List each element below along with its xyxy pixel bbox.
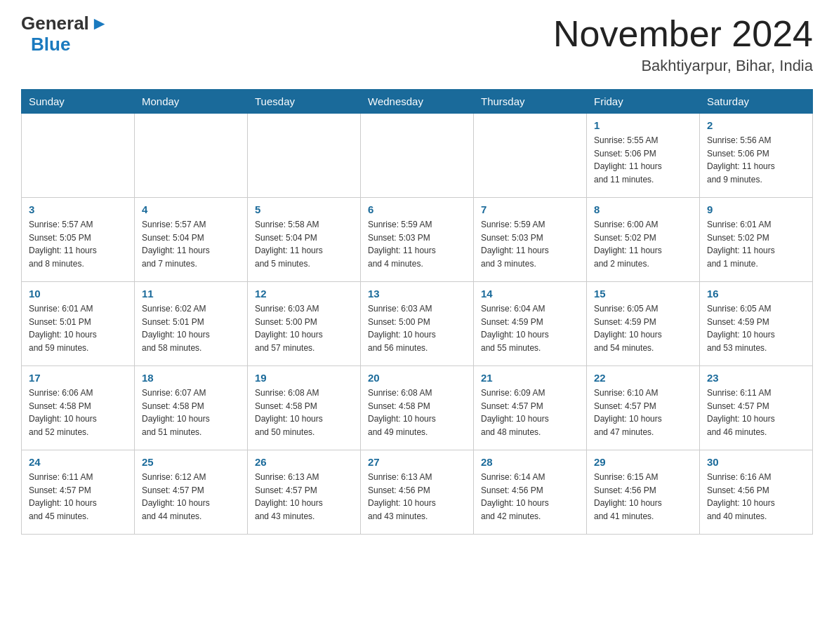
title-block: November 2024 Bakhtiyarpur, Bihar, India <box>553 14 813 75</box>
calendar-cell: 25Sunrise: 6:12 AMSunset: 4:57 PMDayligh… <box>135 450 248 535</box>
calendar-cell: 2Sunrise: 5:56 AMSunset: 5:06 PMDaylight… <box>700 114 813 198</box>
calendar-cell: 27Sunrise: 6:13 AMSunset: 4:56 PMDayligh… <box>361 450 474 535</box>
page-header: General ► Blue November 2024 Bakhtiyarpu… <box>21 14 813 75</box>
day-number: 7 <box>481 203 579 215</box>
calendar-cell: 22Sunrise: 6:10 AMSunset: 4:57 PMDayligh… <box>587 366 700 450</box>
day-number: 24 <box>29 456 127 468</box>
logo-general: General <box>21 14 89 32</box>
day-info: Sunrise: 6:02 AMSunset: 5:01 PMDaylight:… <box>142 302 240 354</box>
day-info: Sunrise: 6:11 AMSunset: 4:57 PMDaylight:… <box>707 387 805 438</box>
calendar-cell: 28Sunrise: 6:14 AMSunset: 4:56 PMDayligh… <box>474 450 587 535</box>
weekday-header-monday: Monday <box>135 90 248 114</box>
day-info: Sunrise: 6:00 AMSunset: 5:02 PMDaylight:… <box>594 218 692 270</box>
day-info: Sunrise: 6:03 AMSunset: 5:00 PMDaylight:… <box>255 302 353 354</box>
day-number: 16 <box>707 288 805 300</box>
calendar-cell: 4Sunrise: 5:57 AMSunset: 5:04 PMDaylight… <box>135 198 248 282</box>
day-info: Sunrise: 5:56 AMSunset: 5:06 PMDaylight:… <box>707 134 805 186</box>
calendar-cell: 12Sunrise: 6:03 AMSunset: 5:00 PMDayligh… <box>248 282 361 366</box>
day-info: Sunrise: 6:08 AMSunset: 4:58 PMDaylight:… <box>255 387 353 438</box>
day-info: Sunrise: 6:01 AMSunset: 5:01 PMDaylight:… <box>29 302 127 354</box>
day-number: 8 <box>594 203 692 215</box>
calendar-week-1: 1Sunrise: 5:55 AMSunset: 5:06 PMDaylight… <box>22 114 813 198</box>
calendar-cell: 26Sunrise: 6:13 AMSunset: 4:57 PMDayligh… <box>248 450 361 535</box>
calendar-cell: 19Sunrise: 6:08 AMSunset: 4:58 PMDayligh… <box>248 366 361 450</box>
calendar-header: SundayMondayTuesdayWednesdayThursdayFrid… <box>22 90 813 114</box>
calendar-cell: 21Sunrise: 6:09 AMSunset: 4:57 PMDayligh… <box>474 366 587 450</box>
calendar-cell: 9Sunrise: 6:01 AMSunset: 5:02 PMDaylight… <box>700 198 813 282</box>
day-number: 2 <box>707 119 805 131</box>
day-info: Sunrise: 6:01 AMSunset: 5:02 PMDaylight:… <box>707 218 805 270</box>
calendar-cell: 30Sunrise: 6:16 AMSunset: 4:56 PMDayligh… <box>700 450 813 535</box>
day-number: 30 <box>707 456 805 468</box>
calendar-cell: 24Sunrise: 6:11 AMSunset: 4:57 PMDayligh… <box>22 450 135 535</box>
calendar-week-3: 10Sunrise: 6:01 AMSunset: 5:01 PMDayligh… <box>22 282 813 366</box>
calendar-cell <box>474 114 587 198</box>
day-info: Sunrise: 6:05 AMSunset: 4:59 PMDaylight:… <box>594 302 692 354</box>
day-number: 12 <box>255 288 353 300</box>
calendar-cell: 6Sunrise: 5:59 AMSunset: 5:03 PMDaylight… <box>361 198 474 282</box>
day-info: Sunrise: 6:11 AMSunset: 4:57 PMDaylight:… <box>29 471 127 523</box>
day-info: Sunrise: 6:07 AMSunset: 4:58 PMDaylight:… <box>142 387 240 438</box>
weekday-header-friday: Friday <box>587 90 700 114</box>
day-info: Sunrise: 6:08 AMSunset: 4:58 PMDaylight:… <box>368 387 466 438</box>
day-info: Sunrise: 6:13 AMSunset: 4:57 PMDaylight:… <box>255 471 353 523</box>
calendar-cell: 10Sunrise: 6:01 AMSunset: 5:01 PMDayligh… <box>22 282 135 366</box>
day-number: 29 <box>594 456 692 468</box>
day-info: Sunrise: 6:15 AMSunset: 4:56 PMDaylight:… <box>594 471 692 523</box>
calendar-cell: 1Sunrise: 5:55 AMSunset: 5:06 PMDaylight… <box>587 114 700 198</box>
calendar-cell: 20Sunrise: 6:08 AMSunset: 4:58 PMDayligh… <box>361 366 474 450</box>
calendar-cell: 16Sunrise: 6:05 AMSunset: 4:59 PMDayligh… <box>700 282 813 366</box>
day-info: Sunrise: 6:05 AMSunset: 4:59 PMDaylight:… <box>707 302 805 354</box>
day-number: 1 <box>594 119 692 131</box>
day-number: 5 <box>255 203 353 215</box>
day-number: 25 <box>142 456 240 468</box>
day-number: 28 <box>481 456 579 468</box>
calendar-cell: 29Sunrise: 6:15 AMSunset: 4:56 PMDayligh… <box>587 450 700 535</box>
month-title: November 2024 <box>553 14 813 54</box>
day-info: Sunrise: 5:57 AMSunset: 5:04 PMDaylight:… <box>142 218 240 270</box>
calendar-cell <box>361 114 474 198</box>
calendar-week-5: 24Sunrise: 6:11 AMSunset: 4:57 PMDayligh… <box>22 450 813 535</box>
calendar-cell: 11Sunrise: 6:02 AMSunset: 5:01 PMDayligh… <box>135 282 248 366</box>
day-number: 17 <box>29 372 127 384</box>
day-info: Sunrise: 6:06 AMSunset: 4:58 PMDaylight:… <box>29 387 127 438</box>
weekday-header-thursday: Thursday <box>474 90 587 114</box>
day-info: Sunrise: 5:58 AMSunset: 5:04 PMDaylight:… <box>255 218 353 270</box>
day-number: 13 <box>368 288 466 300</box>
day-number: 4 <box>142 203 240 215</box>
day-number: 14 <box>481 288 579 300</box>
calendar-cell: 13Sunrise: 6:03 AMSunset: 5:00 PMDayligh… <box>361 282 474 366</box>
calendar-week-4: 17Sunrise: 6:06 AMSunset: 4:58 PMDayligh… <box>22 366 813 450</box>
calendar-cell: 15Sunrise: 6:05 AMSunset: 4:59 PMDayligh… <box>587 282 700 366</box>
day-number: 15 <box>594 288 692 300</box>
day-info: Sunrise: 5:59 AMSunset: 5:03 PMDaylight:… <box>481 218 579 270</box>
day-info: Sunrise: 6:13 AMSunset: 4:56 PMDaylight:… <box>368 471 466 523</box>
weekday-header-tuesday: Tuesday <box>248 90 361 114</box>
day-number: 23 <box>707 372 805 384</box>
day-number: 26 <box>255 456 353 468</box>
calendar-cell: 7Sunrise: 5:59 AMSunset: 5:03 PMDaylight… <box>474 198 587 282</box>
weekday-header-row: SundayMondayTuesdayWednesdayThursdayFrid… <box>22 90 813 114</box>
day-number: 19 <box>255 372 353 384</box>
calendar-cell: 3Sunrise: 5:57 AMSunset: 5:05 PMDaylight… <box>22 198 135 282</box>
day-number: 3 <box>29 203 127 215</box>
calendar-cell: 8Sunrise: 6:00 AMSunset: 5:02 PMDaylight… <box>587 198 700 282</box>
day-info: Sunrise: 6:10 AMSunset: 4:57 PMDaylight:… <box>594 387 692 438</box>
day-info: Sunrise: 6:12 AMSunset: 4:57 PMDaylight:… <box>142 471 240 523</box>
calendar-cell <box>22 114 135 198</box>
day-info: Sunrise: 6:09 AMSunset: 4:57 PMDaylight:… <box>481 387 579 438</box>
day-info: Sunrise: 5:57 AMSunset: 5:05 PMDaylight:… <box>29 218 127 270</box>
day-info: Sunrise: 6:04 AMSunset: 4:59 PMDaylight:… <box>481 302 579 354</box>
day-info: Sunrise: 6:14 AMSunset: 4:56 PMDaylight:… <box>481 471 579 523</box>
day-info: Sunrise: 5:59 AMSunset: 5:03 PMDaylight:… <box>368 218 466 270</box>
logo-blue-word: Blue <box>31 34 70 55</box>
day-number: 6 <box>368 203 466 215</box>
weekday-header-saturday: Saturday <box>700 90 813 114</box>
day-info: Sunrise: 5:55 AMSunset: 5:06 PMDaylight:… <box>594 134 692 186</box>
day-number: 21 <box>481 372 579 384</box>
weekday-header-sunday: Sunday <box>22 90 135 114</box>
calendar-table: SundayMondayTuesdayWednesdayThursdayFrid… <box>21 89 813 535</box>
logo: General ► Blue <box>21 14 109 55</box>
day-number: 27 <box>368 456 466 468</box>
day-info: Sunrise: 6:03 AMSunset: 5:00 PMDaylight:… <box>368 302 466 354</box>
